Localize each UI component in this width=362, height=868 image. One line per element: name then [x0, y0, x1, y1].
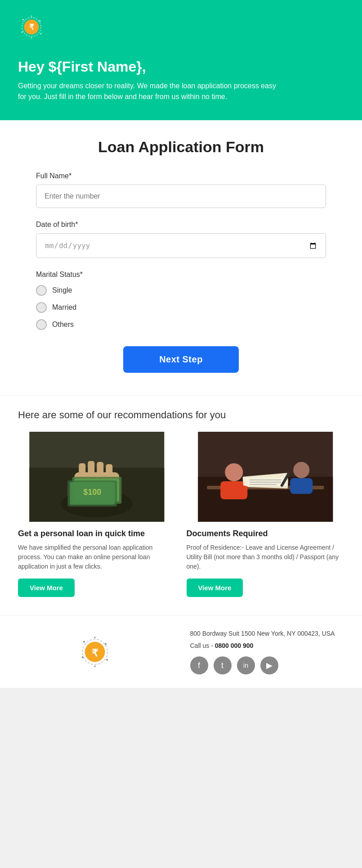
recommendations-section: Here are some of our recommendations for…	[0, 395, 362, 615]
next-step-container: Next Step	[36, 346, 326, 373]
svg-point-3	[40, 33, 42, 35]
radio-label-married: Married	[52, 303, 76, 312]
svg-text:$100: $100	[83, 488, 101, 497]
rec-card-1-text: We have simplified the personal loan app…	[18, 543, 176, 571]
svg-point-42	[94, 665, 96, 667]
footer-section: ₹ 800 Bordway Suit 1500 New York, NY 000…	[0, 615, 362, 688]
radio-item-married[interactable]: Married	[36, 302, 326, 313]
radio-circle-single	[36, 285, 47, 296]
rec-section-title: Here are some of our recommendations for…	[18, 409, 344, 421]
radio-label-others: Others	[52, 321, 74, 329]
rec-card-2-view-more-button[interactable]: View More	[187, 579, 243, 597]
radio-circle-others	[36, 319, 47, 330]
youtube-icon[interactable]: ▶	[260, 656, 278, 674]
svg-point-37	[83, 641, 85, 642]
rec-card-2-text: Proof of Residence:- Leave and License A…	[187, 543, 344, 571]
svg-point-0	[22, 19, 24, 20]
svg-rect-13	[79, 463, 85, 479]
svg-rect-15	[97, 462, 103, 479]
svg-text:₹: ₹	[92, 647, 98, 658]
facebook-icon[interactable]: f	[190, 656, 208, 674]
svg-point-4	[31, 16, 32, 17]
footer-address: 800 Bordway Suit 1500 New York, NY 00042…	[190, 629, 344, 638]
rec-card-2-image	[187, 432, 344, 522]
rec-card-2-title: Documents Required	[187, 529, 344, 538]
dob-group: Date of birth*	[36, 221, 326, 258]
rec-card-2-svg	[187, 432, 344, 522]
subtitle-text: Getting your dreams closer to reality. W…	[18, 81, 279, 102]
rupee-logo-icon: ₹	[18, 14, 45, 41]
svg-rect-14	[88, 461, 94, 479]
radio-item-single[interactable]: Single	[36, 285, 326, 296]
svg-text:₹: ₹	[29, 23, 34, 31]
svg-point-38	[105, 643, 107, 645]
radio-label-single: Single	[52, 286, 72, 294]
rec-card-2: Documents Required Proof of Residence:- …	[187, 432, 344, 597]
full-name-input[interactable]	[36, 185, 326, 208]
rec-card-1-view-more-button[interactable]: View More	[18, 579, 75, 597]
logo-container: ₹	[18, 14, 344, 41]
footer-phone-number: 0800 000 900	[215, 642, 254, 649]
rec-card-1-image: $ $100	[18, 432, 176, 522]
svg-point-1	[39, 20, 40, 22]
svg-point-41	[94, 637, 96, 638]
marital-status-group: Marital Status* Single Married Others	[36, 271, 326, 330]
radio-item-others[interactable]: Others	[36, 319, 326, 330]
form-section: Loan Application Form Full Name* Date of…	[0, 120, 362, 395]
rec-cards-container: $ $100 Get a personal loan in quick time…	[18, 432, 344, 597]
rec-card-1: $ $100 Get a personal loan in quick time…	[18, 432, 176, 597]
social-icons-container: f t in ▶	[190, 656, 344, 674]
dob-input[interactable]	[36, 233, 326, 258]
rec-card-1-title: Get a personal loan in quick time	[18, 529, 176, 538]
svg-point-2	[22, 32, 23, 33]
radio-circle-married	[36, 302, 47, 313]
footer-logo-container: ₹	[18, 634, 172, 670]
full-name-group: Full Name*	[36, 172, 326, 208]
radio-group: Single Married Others	[36, 285, 326, 330]
svg-rect-36	[290, 478, 313, 494]
svg-point-26	[225, 463, 243, 481]
dob-label: Date of birth*	[36, 221, 326, 229]
tumblr-icon[interactable]: t	[214, 656, 232, 674]
footer-phone: Call us - 0800 000 900	[190, 642, 344, 649]
svg-point-40	[106, 659, 108, 660]
footer-info: 800 Bordway Suit 1500 New York, NY 00042…	[190, 629, 344, 674]
footer-rupee-logo-icon: ₹	[77, 634, 113, 670]
svg-point-35	[293, 462, 309, 478]
rec-card-1-svg: $ $100	[18, 432, 176, 522]
marital-status-label: Marital Status*	[36, 271, 326, 279]
footer-call-label: Call us -	[190, 642, 215, 649]
full-name-label: Full Name*	[36, 172, 326, 180]
greeting-text: Hey ${First Name},	[18, 59, 344, 75]
next-step-button[interactable]: Next Step	[123, 346, 239, 373]
form-title: Loan Application Form	[36, 138, 326, 156]
svg-point-5	[31, 37, 32, 39]
linkedin-icon[interactable]: in	[237, 656, 255, 674]
header-section: ₹ Hey ${First Name}, Getting your dreams…	[0, 0, 362, 120]
